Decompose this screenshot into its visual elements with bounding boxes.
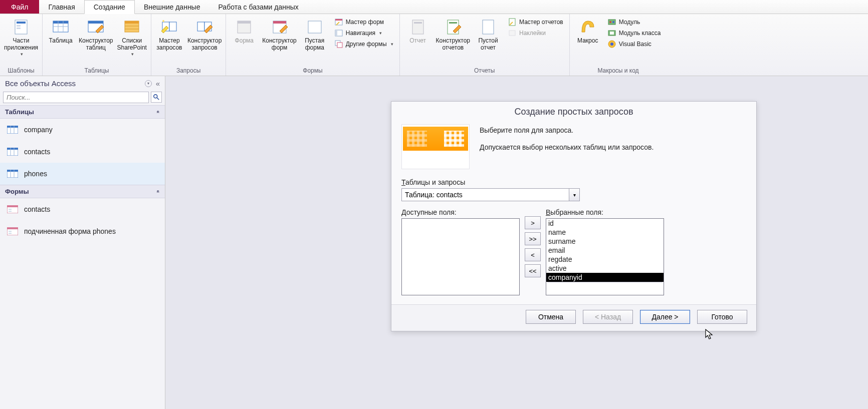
query-wizard-button[interactable]: Мастер запросов [153, 15, 185, 52]
svg-rect-64 [7, 227, 18, 229]
list-item[interactable]: surname [546, 237, 664, 246]
query-wizard-dialog: Создание простых запросов Выберите поля … [391, 101, 757, 331]
form-wizard-button[interactable]: Мастер форм [333, 17, 395, 27]
nav-item-company[interactable]: company [0, 119, 165, 141]
class-module-icon [608, 29, 616, 37]
list-item[interactable]: companyid [546, 273, 664, 282]
search-input[interactable] [3, 92, 149, 103]
svg-point-44 [610, 43, 613, 46]
remove-all-fields-button[interactable]: << [525, 264, 541, 277]
blank-report-label: Пустой отчет [478, 37, 498, 52]
svg-point-17 [162, 20, 164, 22]
dropdown-icon[interactable]: ▾ [145, 80, 152, 87]
table-icon [7, 126, 18, 134]
nav-section-tables[interactable]: Таблицы « [0, 105, 165, 119]
report-designer-icon [444, 18, 462, 36]
svg-rect-18 [197, 22, 204, 31]
selected-fields-list[interactable]: idnamesurnameemailregdateactivecompanyid [546, 218, 664, 295]
svg-rect-23 [273, 21, 286, 24]
search-button[interactable] [151, 92, 162, 103]
ribbon-group-label: Таблицы [45, 66, 149, 76]
ribbon-group-label: Шаблоны [2, 66, 40, 76]
report-button: Отчет [402, 15, 434, 44]
blank-report-button[interactable]: Пустой отчет [472, 15, 504, 52]
table-icon [7, 148, 18, 156]
module-button[interactable]: Модуль [606, 17, 663, 27]
query-designer-button[interactable]: Конструктор запросов [185, 15, 224, 52]
tab-home[interactable]: Главная [39, 0, 84, 14]
finish-button[interactable]: Готово [697, 310, 747, 324]
sharepoint-lists-button[interactable]: Списки SharePoint ▾ [115, 15, 149, 57]
tables-combo[interactable] [401, 188, 569, 201]
ribbon-group-label: Запросы [153, 66, 224, 76]
tab-external[interactable]: Внешние данные [135, 0, 209, 14]
svg-rect-21 [238, 21, 251, 24]
ribbon-group-label: Формы [228, 66, 397, 76]
module-icon [608, 18, 616, 26]
visual-basic-button[interactable]: Visual Basic [606, 39, 663, 49]
svg-rect-10 [88, 21, 103, 24]
macros-icon [579, 18, 597, 36]
report-wizard-label: Мастер отчетов [519, 19, 563, 26]
report-wizard-icon [508, 18, 516, 26]
blank-form-button[interactable]: Пустая форма [299, 15, 331, 52]
nav-item-phones-subform[interactable]: подчиненная форма phones [0, 220, 165, 242]
cancel-button[interactable]: Отмена [526, 310, 576, 324]
collapse-icon: « [156, 111, 161, 114]
query-designer-icon [195, 18, 213, 36]
blank-report-icon [479, 18, 497, 36]
remove-field-button[interactable]: < [525, 248, 541, 261]
tab-create[interactable]: Создание [84, 0, 135, 14]
svg-rect-42 [610, 32, 614, 35]
list-item[interactable]: active [546, 264, 664, 273]
svg-line-46 [157, 98, 159, 100]
nav-item-contacts[interactable]: contacts [0, 141, 165, 163]
navigation-pane: Все объекты Access ▾ « Таблицы « company… [0, 76, 165, 409]
wizard-intro2: Допускается выбор нескольких таблиц или … [480, 143, 654, 151]
macros-label: Макрос [577, 37, 598, 44]
nav-item-label: contacts [24, 148, 50, 156]
list-item[interactable]: name [546, 228, 664, 237]
list-item[interactable]: id [546, 219, 664, 228]
nav-section-forms[interactable]: Формы « [0, 185, 165, 198]
form-icon [235, 18, 253, 36]
nav-item-contacts-form[interactable]: contacts [0, 198, 165, 220]
next-button[interactable]: Далее > [640, 310, 690, 324]
wizard-title: Создание простых запросов [391, 102, 756, 124]
app-parts-button[interactable]: Части приложения ▾ [2, 15, 40, 57]
navigation-button[interactable]: Навигация ▾ [333, 28, 395, 38]
class-module-button[interactable]: Модуль класса [606, 28, 663, 38]
macros-button[interactable]: Макрос [572, 15, 604, 44]
table-designer-button[interactable]: Конструктор таблиц [77, 15, 115, 52]
visual-basic-label: Visual Basic [619, 41, 652, 48]
collapse-icon[interactable]: « [156, 79, 160, 88]
combo-dropdown-button[interactable]: ▾ [569, 188, 580, 201]
report-wizard-button[interactable]: Мастер отчетов [506, 17, 565, 27]
svg-point-45 [154, 95, 157, 98]
ribbon-group-templates: Части приложения ▾ Шаблоны [0, 14, 43, 76]
list-item[interactable]: regdate [546, 255, 664, 264]
add-field-button[interactable]: > [525, 216, 541, 229]
dropdown-icon: ▾ [379, 31, 382, 36]
available-fields-list[interactable] [401, 218, 520, 295]
list-item[interactable]: email [546, 246, 664, 255]
tab-file[interactable]: Файл [0, 0, 39, 14]
nav-item-label: подчиненная форма phones [24, 227, 116, 235]
top-tabs: Файл Главная Создание Внешние данные Раб… [0, 0, 868, 14]
nav-item-phones[interactable]: phones [0, 163, 165, 185]
nav-title-bar[interactable]: Все объекты Access ▾ « [0, 76, 165, 91]
form-designer-icon [271, 18, 289, 36]
ribbon-group-label: Отчеты [402, 66, 567, 76]
query-wizard-icon [160, 18, 178, 36]
report-designer-button[interactable]: Конструктор отчетов [434, 15, 472, 52]
form-designer-button[interactable]: Конструктор форм [260, 15, 298, 52]
ribbon-group-macros: Макрос Модуль Модуль класса Visual Basic… [570, 14, 667, 76]
ribbon: Части приложения ▾ Шаблоны Таблица Конст… [0, 14, 868, 76]
svg-rect-61 [9, 209, 12, 210]
add-all-fields-button[interactable]: >> [525, 232, 541, 245]
ribbon-group-tables: Таблица Конструктор таблиц Списки ShareP… [43, 14, 151, 76]
table-button[interactable]: Таблица [45, 15, 77, 44]
more-forms-button[interactable]: Другие формы ▾ [333, 39, 395, 49]
tab-database-tools[interactable]: Работа с базами данных [209, 0, 307, 14]
available-label: Доступные поля: [401, 208, 520, 216]
